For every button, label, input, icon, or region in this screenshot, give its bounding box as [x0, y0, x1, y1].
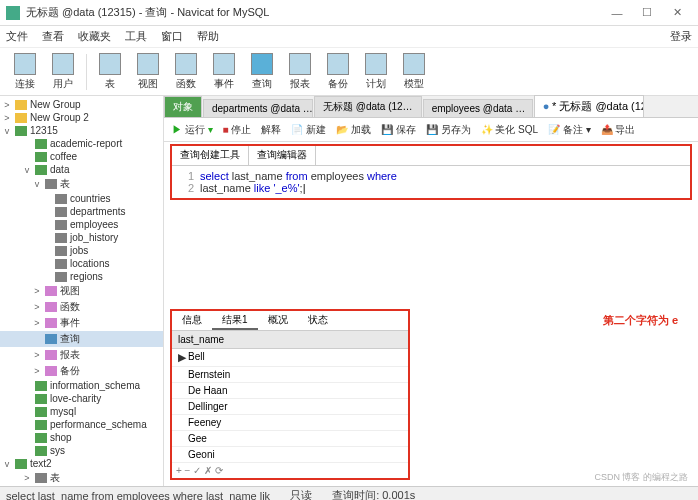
- close-button[interactable]: ✕: [662, 6, 692, 19]
- tree-item[interactable]: information_schema: [0, 379, 163, 392]
- content: 对象 departments @data … 无标题 @data (12… em…: [164, 96, 698, 486]
- watermark: CSDN 博客 的编程之路: [594, 471, 688, 484]
- tree-item[interactable]: academic-report: [0, 137, 163, 150]
- tool-查询[interactable]: 查询: [243, 53, 281, 91]
- tree-item[interactable]: job_history: [0, 231, 163, 244]
- tree-item[interactable]: >备份: [0, 363, 163, 379]
- result-row[interactable]: De Haan: [172, 383, 408, 399]
- tree-item[interactable]: v12315: [0, 124, 163, 137]
- tree-item[interactable]: mysql: [0, 405, 163, 418]
- menu-help[interactable]: 帮助: [197, 29, 219, 44]
- query-builder-tab[interactable]: 查询创建工具: [172, 146, 249, 165]
- tool-事件[interactable]: 事件: [205, 53, 243, 91]
- result-tab-status[interactable]: 状态: [298, 311, 338, 330]
- result-row[interactable]: Bernstein: [172, 367, 408, 383]
- result-tab-info[interactable]: 信息: [172, 311, 212, 330]
- load-button[interactable]: 📂 加载: [336, 123, 371, 137]
- menubar: 文件 查看 收藏夹 工具 窗口 帮助 登录: [0, 26, 698, 48]
- tree-item[interactable]: performance_schema: [0, 418, 163, 431]
- result-table[interactable]: last_name ▶BellBernsteinDe HaanDellinger…: [172, 331, 408, 463]
- tree-item[interactable]: regions: [0, 270, 163, 283]
- tool-模型[interactable]: 模型: [395, 53, 433, 91]
- toolbar: 连接用户表视图函数事件查询报表备份计划模型: [0, 48, 698, 96]
- tool-报表[interactable]: 报表: [281, 53, 319, 91]
- tab-active[interactable]: ● * 无标题 @data (12…: [534, 95, 644, 117]
- titlebar: 无标题 @data (12315) - 查询 - Navicat for MyS…: [0, 0, 698, 26]
- tab-item[interactable]: departments @data …: [203, 99, 313, 117]
- tree-item[interactable]: jobs: [0, 244, 163, 257]
- tree-item[interactable]: love-charity: [0, 392, 163, 405]
- tree-item[interactable]: shop: [0, 431, 163, 444]
- sidebar[interactable]: >New Group>New Group 2v12315academic-rep…: [0, 96, 164, 486]
- result-row[interactable]: Gee: [172, 431, 408, 447]
- tool-连接[interactable]: 连接: [6, 53, 44, 91]
- run-button[interactable]: ▶ 运行 ▾: [172, 123, 213, 137]
- editor-highlight: 查询创建工具 查询编辑器 1select last_name from empl…: [170, 144, 692, 200]
- statusbar: select last_name from employees where la…: [0, 486, 698, 500]
- query-editor-tab[interactable]: 查询编辑器: [249, 146, 316, 165]
- menu-favorites[interactable]: 收藏夹: [78, 29, 111, 44]
- stop-button[interactable]: ■ 停止: [223, 123, 252, 137]
- result-tab-profile[interactable]: 概况: [258, 311, 298, 330]
- tree-item[interactable]: sys: [0, 444, 163, 457]
- new-button[interactable]: 📄 新建: [291, 123, 326, 137]
- result-row[interactable]: Dellinger: [172, 399, 408, 415]
- tool-表[interactable]: 表: [91, 53, 129, 91]
- beautify-button[interactable]: ✨ 美化 SQL: [481, 123, 539, 137]
- tool-视图[interactable]: 视图: [129, 53, 167, 91]
- result-row[interactable]: ▶Bell: [172, 349, 408, 367]
- tree-item[interactable]: coffee: [0, 150, 163, 163]
- saveas-button[interactable]: 💾 另存为: [426, 123, 471, 137]
- explain-button[interactable]: 解释: [261, 123, 281, 137]
- save-button[interactable]: 💾 保存: [381, 123, 416, 137]
- tree-item[interactable]: departments: [0, 205, 163, 218]
- login-button[interactable]: 登录: [670, 29, 692, 44]
- tree-item[interactable]: >表: [0, 470, 163, 486]
- tree-item[interactable]: >视图: [0, 283, 163, 299]
- note-button[interactable]: 📝 备注 ▾: [548, 123, 591, 137]
- menu-tools[interactable]: 工具: [125, 29, 147, 44]
- tree-item[interactable]: countries: [0, 192, 163, 205]
- tab-objects[interactable]: 对象: [164, 96, 202, 117]
- window-title: 无标题 @data (12315) - 查询 - Navicat for MyS…: [26, 5, 602, 20]
- result-row[interactable]: Geoni: [172, 447, 408, 463]
- result-row[interactable]: Feeney: [172, 415, 408, 431]
- maximize-button[interactable]: ☐: [632, 6, 662, 19]
- tree-item[interactable]: locations: [0, 257, 163, 270]
- tree-item[interactable]: vtext2: [0, 457, 163, 470]
- tree-item[interactable]: >函数: [0, 299, 163, 315]
- minimize-button[interactable]: —: [602, 7, 632, 19]
- tool-用户[interactable]: 用户: [44, 53, 82, 91]
- tabs: 对象 departments @data … 无标题 @data (12… em…: [164, 96, 698, 118]
- tool-备份[interactable]: 备份: [319, 53, 357, 91]
- result-tab-result1[interactable]: 结果1: [212, 311, 258, 330]
- result-controls[interactable]: + − ✓ ✗ ⟳: [172, 463, 408, 478]
- app-icon: [6, 6, 20, 20]
- status-readonly: 只读: [290, 488, 312, 500]
- menu-file[interactable]: 文件: [6, 29, 28, 44]
- status-sql: select last_name from employees where la…: [6, 490, 270, 501]
- annotation: 第二个字符为 e: [603, 306, 678, 329]
- sub-toolbar: ▶ 运行 ▾ ■ 停止 解释 📄 新建 📂 加载 💾 保存 💾 另存为 ✨ 美化…: [164, 118, 698, 142]
- tab-item[interactable]: 无标题 @data (12…: [314, 96, 422, 117]
- results-highlight: 信息 结果1 概况 状态 last_name ▶BellBernsteinDe …: [170, 309, 410, 480]
- tree-item[interactable]: >报表: [0, 347, 163, 363]
- tree-item[interactable]: >事件: [0, 315, 163, 331]
- tool-计划[interactable]: 计划: [357, 53, 395, 91]
- tool-函数[interactable]: 函数: [167, 53, 205, 91]
- tab-item[interactable]: employees @data …: [423, 99, 533, 117]
- tree-item[interactable]: v表: [0, 176, 163, 192]
- menu-window[interactable]: 窗口: [161, 29, 183, 44]
- tree-item[interactable]: >New Group: [0, 98, 163, 111]
- tree-item[interactable]: employees: [0, 218, 163, 231]
- result-header[interactable]: last_name: [172, 331, 408, 349]
- status-time: 查询时间: 0.001s: [332, 488, 415, 500]
- tree-item[interactable]: >New Group 2: [0, 111, 163, 124]
- export-button[interactable]: 📤 导出: [601, 123, 636, 137]
- sql-editor[interactable]: 1select last_name from employees where 2…: [172, 166, 690, 198]
- menu-view[interactable]: 查看: [42, 29, 64, 44]
- tree-item[interactable]: 查询: [0, 331, 163, 347]
- tree-item[interactable]: vdata: [0, 163, 163, 176]
